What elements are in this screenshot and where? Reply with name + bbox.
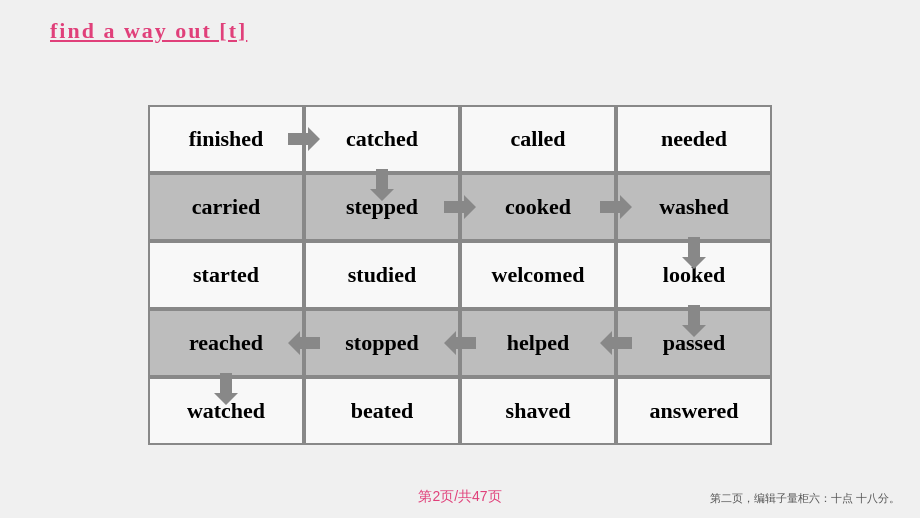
cell-welcomed: welcomed	[460, 241, 616, 309]
cell-answered: answered	[616, 377, 772, 445]
cell-beated: beated	[304, 377, 460, 445]
cell-called: called	[460, 105, 616, 173]
cell-cooked: cooked	[460, 173, 616, 241]
svg-marker-9	[214, 373, 238, 405]
cell-needed: needed	[616, 105, 772, 173]
cell-carried: carried	[148, 173, 304, 241]
cell-reached: reached	[148, 309, 304, 377]
cell-helped: helped	[460, 309, 616, 377]
footer-page: 第2页/共47页	[418, 488, 501, 506]
word-grid: finished catched called needed carried s…	[148, 105, 773, 445]
svg-marker-5	[682, 305, 706, 337]
cell-washed: washed	[616, 173, 772, 241]
svg-marker-4	[682, 237, 706, 269]
cell-started: started	[148, 241, 304, 309]
cell-stopped: stopped	[304, 309, 460, 377]
cell-catched: catched	[304, 105, 460, 173]
cell-shaved: shaved	[460, 377, 616, 445]
grid-row-2: carried stepped cooked washed	[148, 173, 773, 241]
grid-row-1: finished catched called needed	[148, 105, 773, 173]
page-title: find a way out [t]	[50, 18, 247, 44]
svg-marker-1	[370, 169, 394, 201]
footer-info: 第二页，编辑子量柜六：十点 十八分。	[710, 491, 900, 506]
cell-studied: studied	[304, 241, 460, 309]
cell-finished: finished	[148, 105, 304, 173]
